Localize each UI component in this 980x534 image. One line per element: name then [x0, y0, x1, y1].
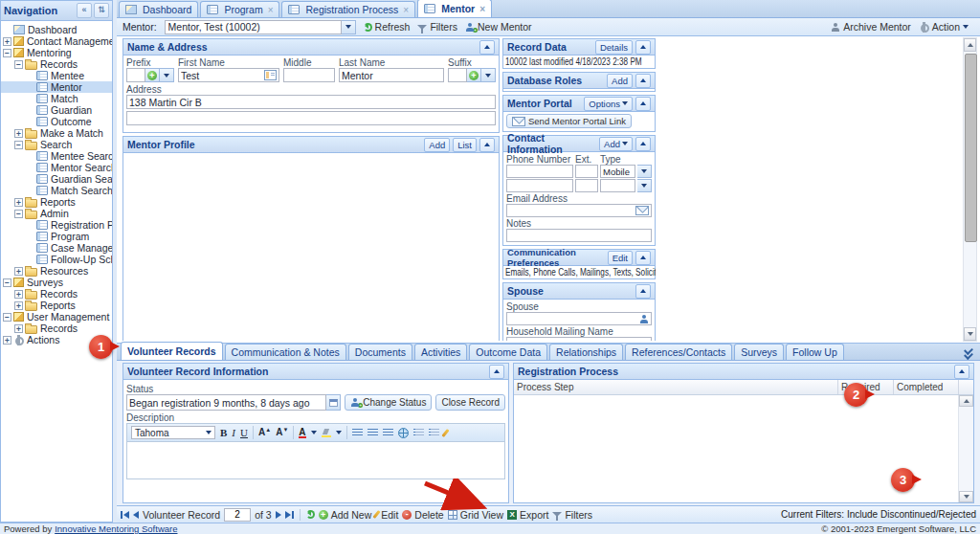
nav-item-user-management[interactable]: −User Management: [1, 311, 112, 323]
collapse-icon[interactable]: −: [14, 60, 23, 69]
collapse-section-button[interactable]: [635, 97, 651, 111]
nav-item-reports[interactable]: +Reports: [1, 300, 112, 311]
collapse-icon[interactable]: −: [3, 313, 11, 322]
collapse-section-button[interactable]: [479, 138, 495, 152]
align-left-button[interactable]: [352, 429, 363, 437]
collapse-section-button[interactable]: [635, 74, 651, 88]
nav-item-guardian[interactable]: Guardian: [1, 104, 112, 116]
first-name-input[interactable]: Test: [178, 68, 279, 82]
household-mailing-input[interactable]: [506, 337, 652, 341]
expand-icon[interactable]: +: [14, 301, 23, 310]
shrink-text-button[interactable]: A▼: [276, 427, 288, 437]
grow-text-button[interactable]: A▲: [258, 427, 271, 437]
ext-input-2[interactable]: [575, 179, 598, 192]
highlight-color-button[interactable]: [322, 429, 331, 437]
nav-item-surveys[interactable]: −Surveys: [1, 277, 112, 288]
nav-item-records[interactable]: +Records: [1, 323, 112, 334]
scroll-down-button[interactable]: [959, 491, 973, 502]
nav-item-search[interactable]: −Search: [1, 139, 112, 150]
add-trigger[interactable]: [145, 68, 160, 82]
source-edit-button[interactable]: [441, 429, 449, 437]
change-status-button[interactable]: + Change Status: [345, 394, 432, 411]
nav-item-mentor[interactable]: Mentor: [1, 81, 112, 93]
align-center-button[interactable]: [368, 429, 378, 437]
next-page-button[interactable]: [276, 511, 281, 519]
tab-program[interactable]: Program×: [200, 1, 279, 17]
collapse-section-button[interactable]: [635, 40, 651, 55]
refresh-button[interactable]: Refresh: [364, 21, 411, 33]
tab-relationships[interactable]: Relationships: [549, 344, 623, 360]
send-portal-link-button[interactable]: Send Mentor Portal Link: [506, 114, 632, 128]
edit-button[interactable]: Edit: [375, 509, 398, 521]
last-name-input[interactable]: Mentor: [339, 68, 444, 82]
close-icon[interactable]: ×: [479, 4, 485, 14]
nav-tools-button[interactable]: ⇅: [94, 3, 109, 18]
nav-item-guardian-search[interactable]: Guardian Search: [1, 173, 112, 185]
nav-item-mentee-search[interactable]: Mentee Search: [1, 150, 112, 162]
dropdown-trigger[interactable]: [637, 179, 652, 192]
edit-preferences-button[interactable]: Edit: [608, 251, 633, 265]
expand-icon[interactable]: +: [14, 290, 23, 299]
action-menu-button[interactable]: Action: [919, 21, 969, 33]
tab-mentor[interactable]: Mentor×: [417, 0, 492, 17]
date-trigger[interactable]: [326, 394, 341, 411]
font-color-button[interactable]: A: [299, 428, 305, 438]
spouse-input[interactable]: [506, 312, 652, 325]
grid-scrollbar[interactable]: [958, 395, 973, 502]
tab-volunteer-records[interactable]: Volunteer Records: [121, 342, 223, 360]
nav-item-dashboard[interactable]: Dashboard: [1, 24, 112, 35]
collapse-icon[interactable]: −: [3, 49, 11, 57]
nav-item-contact-management[interactable]: +Contact Management: [1, 35, 112, 47]
collapse-section-button[interactable]: [635, 284, 651, 299]
add-contact-button[interactable]: Add: [599, 137, 633, 151]
column-header-completed[interactable]: Completed: [894, 380, 959, 394]
nav-item-case-manager[interactable]: Case Manager: [1, 242, 112, 254]
archive-mentor-button[interactable]: Archive Mentor: [831, 21, 911, 33]
link-globe-button[interactable]: [398, 428, 409, 438]
tab-outcome-data[interactable]: Outcome Data: [469, 344, 547, 360]
expand-icon[interactable]: +: [14, 267, 23, 276]
collapse-section-button[interactable]: [635, 251, 651, 265]
list-profile-button[interactable]: List: [453, 138, 477, 152]
bullet-list-button[interactable]: [429, 429, 439, 437]
grid-column-headers[interactable]: Process Step Required Completed: [514, 380, 973, 395]
collapse-panel-button[interactable]: «: [77, 3, 92, 18]
nav-item-match[interactable]: Match: [1, 93, 112, 104]
filters-button[interactable]: Filters: [552, 509, 592, 521]
details-button[interactable]: Details: [595, 40, 633, 55]
close-icon[interactable]: ×: [403, 5, 409, 15]
tab-registration-process[interactable]: Registration Process×: [281, 1, 415, 17]
nav-item-mentee[interactable]: Mentee: [1, 70, 112, 81]
tab-dashboard[interactable]: Dashboard: [119, 1, 198, 17]
nav-item-resources[interactable]: +Resources: [1, 265, 112, 277]
collapse-section-button[interactable]: [479, 40, 495, 55]
nav-item-records[interactable]: +Records: [1, 288, 112, 300]
expand-icon[interactable]: +: [14, 324, 23, 333]
tab-overflow-button[interactable]: [961, 346, 976, 360]
dropdown-trigger[interactable]: [481, 68, 496, 82]
tab-references-contacts[interactable]: References/Contacts: [625, 344, 732, 360]
expand-icon[interactable]: +: [14, 198, 23, 207]
collapse-icon[interactable]: −: [14, 141, 23, 149]
add-new-button[interactable]: Add New: [319, 509, 372, 521]
page-number-input[interactable]: [224, 508, 251, 522]
dropdown-trigger[interactable]: [342, 20, 356, 34]
collapse-section-button[interactable]: [489, 365, 504, 379]
record-selector[interactable]: Mentor, Test (10002): [165, 20, 356, 34]
nav-item-mentor-search[interactable]: Mentor Search: [1, 162, 112, 173]
scroll-up-button[interactable]: [959, 395, 973, 407]
numbered-list-button[interactable]: [413, 429, 424, 437]
last-page-button[interactable]: [285, 511, 294, 519]
tab-follow-up[interactable]: Follow Up: [786, 344, 844, 360]
phone-type-select-2[interactable]: [600, 179, 635, 192]
middle-input[interactable]: [283, 68, 335, 82]
tab-communication-notes[interactable]: Communication & Notes: [225, 344, 346, 360]
phone-type-select[interactable]: Mobile: [600, 165, 635, 178]
tab-activities[interactable]: Activities: [414, 344, 467, 360]
dropdown-trigger[interactable]: [637, 165, 652, 178]
nav-item-outcome[interactable]: Outcome: [1, 116, 112, 127]
nav-item-follow-up-schedule[interactable]: Follow-Up Schedule: [1, 254, 112, 265]
dropdown-trigger[interactable]: [160, 68, 174, 82]
refresh-grid-button[interactable]: [306, 510, 315, 519]
suffix-input[interactable]: [448, 68, 467, 82]
